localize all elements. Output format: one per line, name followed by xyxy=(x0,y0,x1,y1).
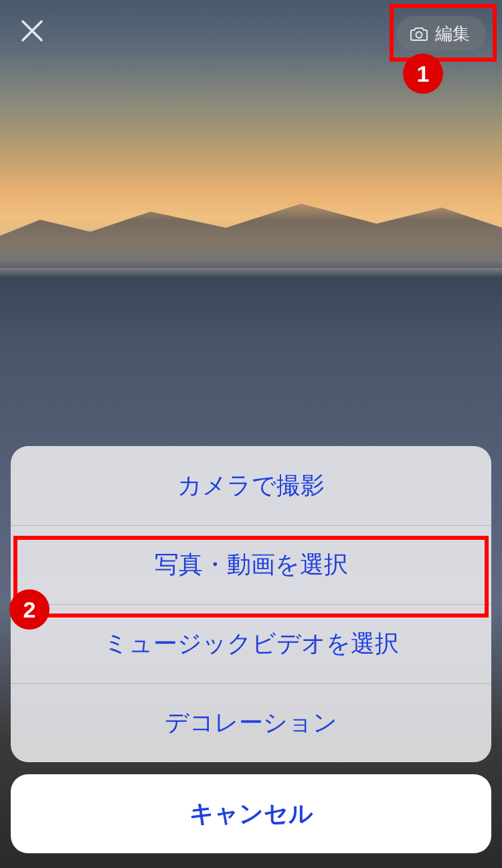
action-take-with-camera[interactable]: カメラで撮影 xyxy=(11,446,491,525)
profile-background-screen: 編集 カメラで撮影 写真・動画を選択 ミュージックビデオを選択 デコレーション … xyxy=(0,0,502,868)
action-sheet-group: カメラで撮影 写真・動画を選択 ミュージックビデオを選択 デコレーション xyxy=(11,446,491,762)
action-cancel-label: キャンセル xyxy=(189,798,313,830)
camera-icon xyxy=(410,24,428,43)
action-sheet: カメラで撮影 写真・動画を選択 ミュージックビデオを選択 デコレーション キャン… xyxy=(11,446,491,853)
action-decoration[interactable]: デコレーション xyxy=(11,683,491,762)
action-sheet-item-label: デコレーション xyxy=(165,707,337,739)
action-select-music-video[interactable]: ミュージックビデオを選択 xyxy=(11,604,491,683)
close-icon xyxy=(19,17,46,47)
close-button[interactable] xyxy=(15,15,50,50)
action-sheet-item-label: カメラで撮影 xyxy=(177,469,325,502)
action-sheet-item-label: 写真・動画を選択 xyxy=(155,549,348,581)
annotation-badge-1: 1 xyxy=(403,54,443,94)
edit-button-label: 編集 xyxy=(435,22,470,46)
annotation-badge-1-label: 1 xyxy=(417,61,430,87)
svg-point-0 xyxy=(416,32,422,38)
action-sheet-item-label: ミュージックビデオを選択 xyxy=(104,628,399,660)
edit-button[interactable]: 編集 xyxy=(396,16,486,51)
action-cancel-button[interactable]: キャンセル xyxy=(11,774,491,853)
background-mountains xyxy=(0,188,502,268)
action-select-photo-video[interactable]: 写真・動画を選択 xyxy=(11,525,491,604)
